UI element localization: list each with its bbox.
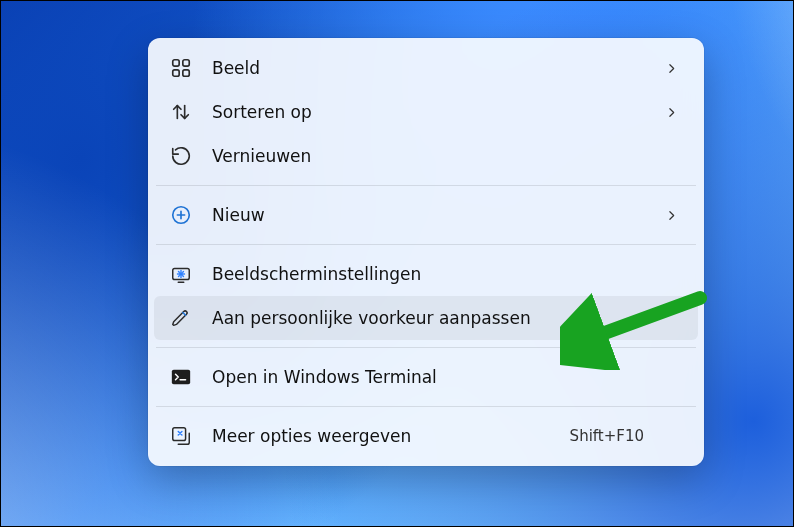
menu-item-refresh[interactable]: Vernieuwen — [154, 134, 698, 178]
svg-rect-2 — [173, 70, 179, 76]
menu-item-personal[interactable]: Aan persoonlijke voorkeur aanpassen — [154, 296, 698, 340]
menu-item-display[interactable]: Beeldscherminstellingen — [154, 252, 698, 296]
menu-item-label: Nieuw — [212, 205, 644, 225]
new-icon — [168, 202, 194, 228]
refresh-icon — [168, 143, 194, 169]
grid-icon — [168, 55, 194, 81]
personalize-icon — [168, 305, 194, 331]
menu-item-label: Aan persoonlijke voorkeur aanpassen — [212, 308, 644, 328]
menu-item-terminal[interactable]: Open in Windows Terminal — [154, 355, 698, 399]
menu-item-label: Vernieuwen — [212, 146, 644, 166]
svg-rect-0 — [173, 60, 179, 66]
menu-item-view[interactable]: Beeld — [154, 46, 698, 90]
desktop-context-menu: Beeld Sorteren op Vernieuwen Nieuw Bee — [148, 38, 704, 466]
svg-rect-3 — [183, 70, 189, 76]
svg-rect-7 — [172, 370, 190, 385]
menu-item-shortcut: Shift+F10 — [570, 427, 644, 445]
menu-separator — [156, 244, 696, 245]
more-options-icon — [168, 423, 194, 449]
menu-item-label: Beeldscherminstellingen — [212, 264, 644, 284]
terminal-icon — [168, 364, 194, 390]
menu-item-label: Open in Windows Terminal — [212, 367, 644, 387]
svg-rect-1 — [183, 60, 189, 66]
menu-item-more[interactable]: Meer opties weergevenShift+F10 — [154, 414, 698, 458]
chevron-right-icon — [662, 106, 678, 119]
menu-item-label: Beeld — [212, 58, 644, 78]
chevron-right-icon — [662, 62, 678, 75]
sort-icon — [168, 99, 194, 125]
menu-item-label: Sorteren op — [212, 102, 644, 122]
menu-separator — [156, 185, 696, 186]
display-settings-icon — [168, 261, 194, 287]
menu-item-new[interactable]: Nieuw — [154, 193, 698, 237]
chevron-right-icon — [662, 209, 678, 222]
menu-item-label: Meer opties weergeven — [212, 426, 552, 446]
menu-separator — [156, 406, 696, 407]
menu-separator — [156, 347, 696, 348]
menu-item-sort[interactable]: Sorteren op — [154, 90, 698, 134]
